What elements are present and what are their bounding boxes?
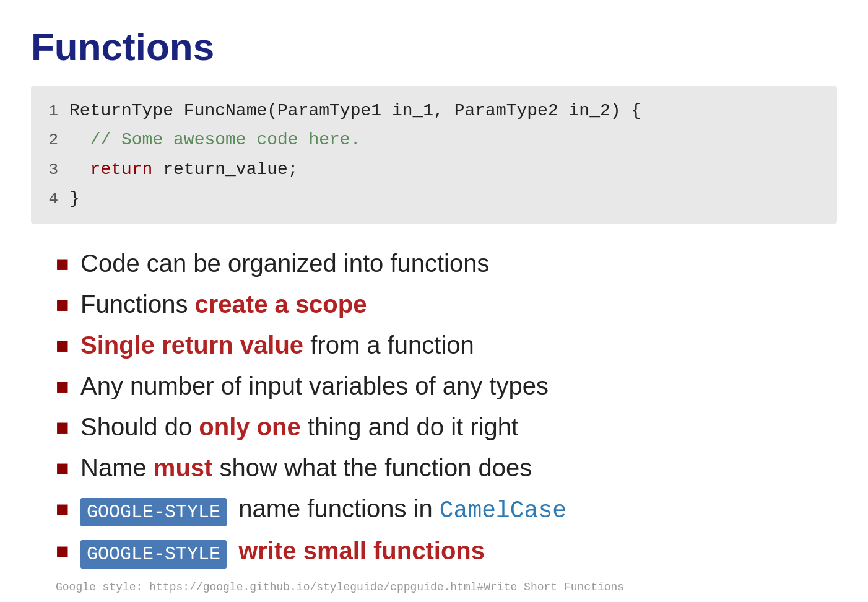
list-item-6: ■ Name must show what the function does	[56, 450, 837, 485]
bullet-marker-5: ■	[56, 412, 69, 443]
bullet-marker-3: ■	[56, 330, 69, 361]
list-item-8: ■ GOOGLE-STYLE write small functions	[56, 533, 837, 569]
list-item-5: ■ Should do only one thing and do it rig…	[56, 409, 837, 444]
badge-google-style-7: GOOGLE-STYLE	[80, 498, 227, 526]
code-line-3: 3 return return_value;	[31, 155, 837, 184]
code-text-4: }	[69, 185, 80, 212]
code-text-1: ReturnType FuncName(ParamType1 in_1, Par…	[69, 97, 641, 124]
list-item-7: ■ GOOGLE-STYLE name functions in CamelCa…	[56, 491, 837, 527]
line-number-2: 2	[41, 128, 58, 152]
highlight-must: must	[154, 454, 213, 481]
list-item-2: ■ Functions create a scope	[56, 287, 837, 321]
bullet-text-1: Code can be organized into functions	[80, 246, 489, 281]
badge-google-style-8: GOOGLE-STYLE	[80, 540, 227, 569]
highlight-only-one: only one	[199, 413, 300, 440]
line-number-4: 4	[41, 186, 58, 211]
highlight-camelcase: CamelCase	[440, 497, 566, 524]
code-text-2: // Some awesome code here.	[69, 126, 360, 153]
code-text-3: return return_value;	[69, 156, 298, 183]
list-item-4: ■ Any number of input variables of any t…	[56, 369, 837, 403]
bullet-text-2: Functions create a scope	[80, 287, 367, 321]
bullet-marker-7: ■	[56, 494, 69, 525]
code-keyword-return: return	[90, 160, 153, 179]
bullet-marker-1: ■	[56, 248, 69, 279]
code-block: 1 ReturnType FuncName(ParamType1 in_1, P…	[31, 86, 837, 224]
line-number-3: 3	[41, 157, 58, 182]
bullet-text-6: Name must show what the function does	[80, 450, 532, 485]
list-item-1: ■ Code can be organized into functions	[56, 246, 837, 281]
bullet-text-3: Single return value from a function	[80, 328, 474, 362]
code-line-1: 1 ReturnType FuncName(ParamType1 in_1, P…	[31, 96, 837, 125]
code-line-4: 4 }	[31, 184, 837, 213]
bullet-text-5: Should do only one thing and do it right	[80, 409, 518, 444]
footer-note: Google style: https://google.github.io/s…	[31, 581, 837, 593]
code-line-2: 2 // Some awesome code here.	[31, 125, 837, 154]
bullet-list: ■ Code can be organized into functions ■…	[31, 246, 837, 569]
line-number-1: 1	[41, 98, 58, 123]
highlight-write-small-functions: write small functions	[238, 537, 485, 564]
bullet-text-7: GOOGLE-STYLE name functions in CamelCase	[80, 491, 566, 527]
bullet-text-8: GOOGLE-STYLE write small functions	[80, 533, 485, 569]
bullet-marker-6: ■	[56, 453, 69, 484]
list-item-3: ■ Single return value from a function	[56, 328, 837, 362]
bullet-marker-2: ■	[56, 289, 69, 320]
bullet-marker-4: ■	[56, 371, 69, 402]
bullet-marker-8: ■	[56, 536, 69, 567]
page-title: Functions	[31, 25, 837, 69]
highlight-create-a-scope: create a scope	[195, 290, 367, 318]
bullet-text-4: Any number of input variables of any typ…	[80, 369, 549, 403]
highlight-single-return-value: Single return value	[80, 331, 303, 359]
